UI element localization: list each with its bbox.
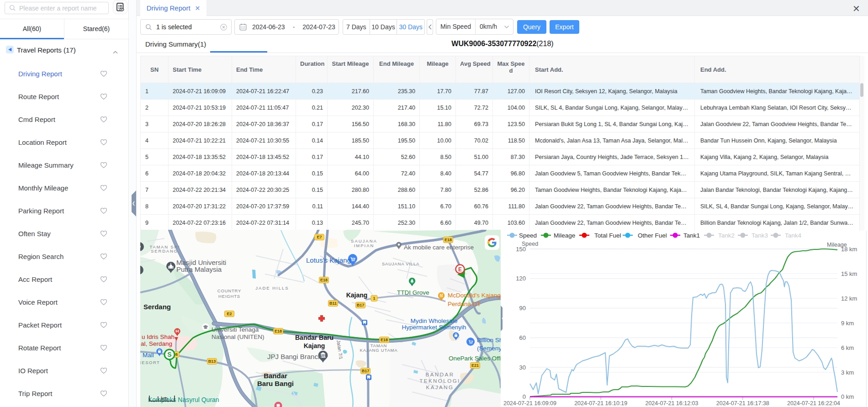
svg-text:JPJ Bangi Branch: JPJ Bangi Branch [267, 353, 322, 360]
svg-text:2024-07-21 16:10:19: 2024-07-21 16:10:19 [574, 400, 627, 407]
svg-text:Speed: Speed [519, 232, 537, 239]
svg-text:Nasional (UNITEN): Nasional (UNITEN) [212, 333, 265, 340]
svg-text:0: 0 [523, 393, 526, 400]
svg-text:Tank2: Tank2 [718, 232, 735, 239]
svg-text:E: E [458, 266, 462, 273]
svg-text:9 km: 9 km [841, 320, 854, 327]
svg-text:Mall: Mall [143, 352, 154, 359]
svg-text:SAUJANA VILLA: SAUJANA VILLA [382, 261, 419, 266]
svg-text:KAJANG: KAJANG [426, 385, 454, 390]
svg-text:McDonald's Kajang: McDonald's Kajang [448, 292, 501, 299]
svg-text:Tank3: Tank3 [752, 232, 768, 239]
svg-text:Total Fuel: Total Fuel [594, 232, 621, 239]
svg-text:B17: B17 [362, 369, 370, 373]
svg-text:E7: E7 [317, 235, 322, 239]
svg-text:OnePark Sales Offi: OnePark Sales Offi [449, 355, 501, 362]
svg-text:Hypermarket Semenyih: Hypermarket Semenyih [402, 324, 466, 331]
svg-text:Ak mobile care enterprise: Ak mobile care enterprise [404, 244, 474, 251]
svg-text:u Idris Shah: u Idris Shah [142, 333, 175, 340]
svg-text:120: 120 [516, 275, 526, 282]
svg-text:HEIGHTS: HEIGHTS [218, 294, 240, 299]
svg-text:Bandar: Bandar [264, 372, 287, 380]
svg-text:E18: E18 [275, 329, 282, 333]
svg-text:E18: E18 [381, 338, 388, 342]
svg-text:Putra Malaysia: Putra Malaysia [176, 265, 222, 273]
svg-text:Speed: Speed [522, 241, 538, 247]
svg-text:TEKNOLOGI: TEKNOLOGI [419, 378, 460, 384]
svg-text:Kajang: Kajang [304, 342, 325, 349]
svg-text:Bandar Baru: Bandar Baru [295, 334, 333, 341]
svg-text:IMPIAN: IMPIAN [354, 243, 375, 248]
svg-text:al, Serdang: al, Serdang [141, 340, 172, 347]
svg-text:Mydin Wholesale: Mydin Wholesale [411, 317, 458, 324]
svg-text:B11: B11 [329, 301, 337, 306]
svg-text:S: S [167, 351, 171, 358]
svg-text:E21: E21 [471, 363, 479, 368]
svg-text:E18: E18 [320, 278, 328, 282]
svg-text:E18: E18 [445, 238, 452, 242]
svg-text:15 km: 15 km [841, 270, 857, 277]
svg-text:Other Fuel: Other Fuel [638, 232, 667, 239]
svg-text:0 km: 0 km [841, 393, 854, 400]
svg-text:Universiti Tenaga: Universiti Tenaga [212, 326, 259, 333]
svg-text:RESORT: RESORT [140, 360, 160, 365]
svg-text:12 km: 12 km [841, 295, 857, 302]
svg-text:Kajang: Kajang [346, 291, 368, 299]
svg-text:Mileage: Mileage [827, 242, 847, 248]
svg-text:COUNTRY: COUNTRY [217, 288, 241, 293]
svg-text:B13: B13 [208, 359, 216, 364]
svg-text:SERDANG: SERDANG [151, 248, 178, 254]
svg-text:BANDAR: BANDAR [426, 372, 455, 377]
svg-text:2024-07-21 16:12:03: 2024-07-21 16:12:03 [645, 400, 698, 407]
svg-text:(Semeny: (Semeny [477, 345, 501, 352]
svg-text:2024-07-21 16:09:09: 2024-07-21 16:09:09 [503, 400, 556, 407]
svg-text:Tank4: Tank4 [785, 232, 802, 239]
svg-text:JADE HILLS: JADE HILLS [255, 285, 289, 291]
svg-text:60: 60 [519, 334, 526, 341]
svg-text:Lotus's Kajang: Lotus's Kajang [306, 256, 351, 264]
svg-text:Perdana DT: Perdana DT [448, 301, 481, 307]
svg-text:90: 90 [519, 305, 526, 312]
svg-text:Serdang: Serdang [143, 303, 171, 311]
svg-text:Baru Bangi: Baru Bangi [257, 380, 294, 387]
svg-text:3 km: 3 km [841, 369, 854, 376]
svg-text:Tank1: Tank1 [683, 232, 700, 239]
svg-text:E2: E2 [227, 312, 232, 316]
svg-text:2024-07-21 16:22:04: 2024-07-21 16:22:04 [787, 400, 840, 407]
svg-text:30: 30 [519, 364, 526, 371]
svg-text:Mileage: Mileage [554, 232, 575, 239]
svg-text:1: 1 [373, 296, 375, 301]
svg-text:B17: B17 [357, 303, 365, 307]
svg-text:1 km: 1 km [157, 396, 168, 401]
svg-text:Billion Sh: Billion Sh [477, 337, 501, 344]
svg-text:6 km: 6 km [841, 344, 854, 351]
svg-text:2024-07-21 16:17:38: 2024-07-21 16:17:38 [716, 400, 769, 407]
svg-text:KAJANG UTAMA: KAJANG UTAMA [360, 348, 398, 353]
svg-text:TTDI Grove: TTDI Grove [397, 289, 429, 296]
